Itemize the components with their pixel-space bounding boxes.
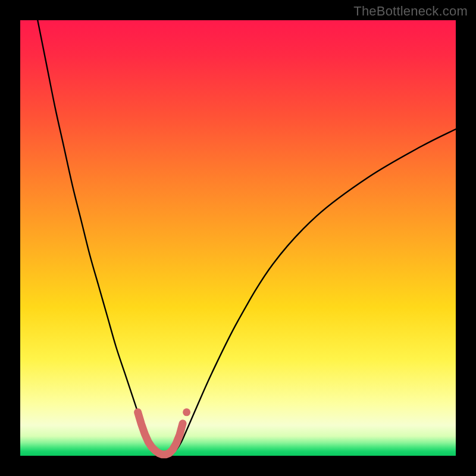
- chart-svg: [20, 20, 456, 456]
- optimal-range-line: [138, 412, 183, 455]
- bottleneck-curve: [37, 20, 456, 455]
- optimal-range-markers: [138, 408, 190, 455]
- optimal-range-end-dot: [183, 408, 190, 416]
- watermark-text: TheBottleneck.com: [353, 4, 468, 19]
- chart-frame: TheBottleneck.com: [0, 0, 476, 476]
- plot-area: [20, 20, 456, 456]
